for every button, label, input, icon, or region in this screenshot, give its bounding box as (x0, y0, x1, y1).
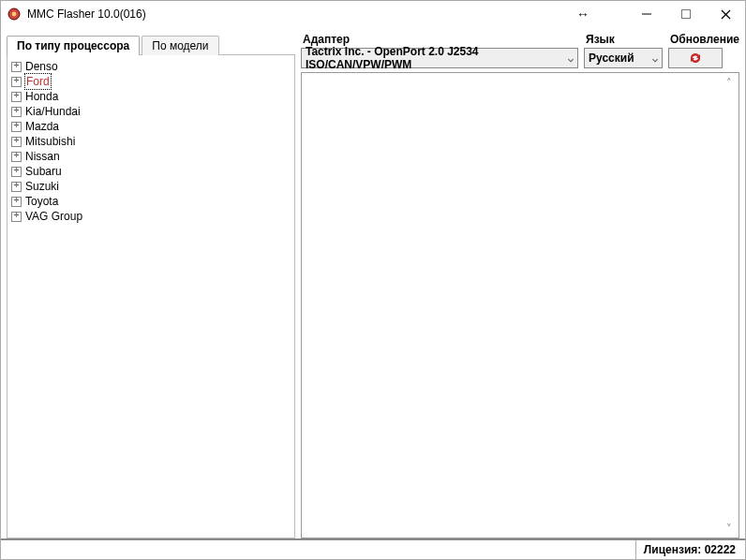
tree-item[interactable]: +Suzuki (11, 179, 291, 194)
svg-point-1 (12, 12, 17, 17)
scroll-up-icon[interactable]: ˄ (722, 75, 737, 90)
expand-icon[interactable]: + (11, 77, 22, 87)
tree-item-label: Mazda (25, 119, 59, 134)
tree-item-label: Honda (25, 89, 58, 104)
title-bar: MMC Flasher 10.0(016) ↔ (1, 1, 745, 27)
tree-item-label: Denso (25, 59, 58, 74)
tab-by-cpu[interactable]: По типу процессора (7, 36, 140, 55)
tree-item[interactable]: +Mazda (11, 119, 291, 134)
update-label: Обновление (668, 33, 739, 46)
maximize-button[interactable] (666, 1, 706, 27)
svg-line-4 (722, 10, 730, 19)
expand-icon[interactable]: + (11, 107, 22, 117)
tree-item-label: VAG Group (25, 209, 82, 224)
minimize-button[interactable] (627, 1, 666, 27)
tree-item[interactable]: +Toyota (11, 194, 291, 209)
tree-item-label: Nissan (25, 149, 60, 164)
language-label: Язык (584, 33, 663, 46)
tree-item-label: Subaru (25, 164, 62, 179)
tab-by-model[interactable]: По модели (142, 36, 218, 55)
language-value: Русский (589, 52, 634, 65)
log-area[interactable]: ˄ ˅ (301, 72, 739, 538)
svg-line-5 (722, 10, 730, 19)
tree-item-label: Toyota (25, 194, 58, 209)
expand-icon[interactable]: + (11, 182, 22, 192)
svg-rect-3 (682, 10, 691, 19)
chevron-down-icon: ⌵ (568, 53, 574, 64)
license-text: Лицензия: 02222 (644, 543, 736, 556)
expand-icon[interactable]: + (11, 137, 22, 147)
tree-item-label: Suzuki (25, 179, 59, 194)
app-window: MMC Flasher 10.0(016) ↔ По типу процессо… (0, 0, 746, 560)
expand-icon[interactable]: + (11, 62, 22, 72)
right-pane: Адаптер Tactrix Inc. - OpenPort 2.0 J253… (301, 33, 739, 538)
resize-horizontal-icon[interactable]: ↔ (576, 7, 589, 22)
tree-item[interactable]: +Denso (11, 59, 291, 74)
tree-view[interactable]: +Denso+Ford+Honda+Kia/Hundai+Mazda+Mitsu… (7, 54, 295, 538)
tree-item[interactable]: +Ford (11, 74, 291, 89)
tree-item[interactable]: +Honda (11, 89, 291, 104)
refresh-icon (688, 52, 703, 65)
tree-item[interactable]: +Subaru (11, 164, 291, 179)
language-select[interactable]: Русский ⌵ (584, 48, 663, 68)
tree-item-label: Mitsubishi (25, 134, 75, 149)
scroll-down-icon[interactable]: ˅ (722, 521, 737, 536)
chevron-down-icon: ⌵ (652, 53, 658, 64)
adapter-value: Tactrix Inc. - OpenPort 2.0 J2534 ISO/CA… (306, 45, 574, 71)
expand-icon[interactable]: + (11, 167, 22, 177)
tree-item[interactable]: +Nissan (11, 149, 291, 164)
update-button[interactable] (668, 48, 723, 68)
adapter-label: Адаптер (301, 33, 578, 46)
expand-icon[interactable]: + (11, 152, 22, 162)
tree-item[interactable]: +VAG Group (11, 209, 291, 224)
status-bar: Лицензия: 02222 (1, 538, 745, 559)
left-tab-control: По типу процессора По модели +Denso+Ford… (7, 33, 295, 538)
tree-item-label: Ford (25, 74, 51, 89)
expand-icon[interactable]: + (11, 92, 22, 102)
app-icon (7, 7, 22, 22)
expand-icon[interactable]: + (11, 122, 22, 132)
close-button[interactable] (706, 1, 745, 27)
window-title: MMC Flasher 10.0(016) (27, 7, 146, 21)
tree-item[interactable]: +Kia/Hundai (11, 104, 291, 119)
tree-item-label: Kia/Hundai (25, 104, 81, 119)
tree-item[interactable]: +Mitsubishi (11, 134, 291, 149)
adapter-select[interactable]: Tactrix Inc. - OpenPort 2.0 J2534 ISO/CA… (301, 48, 578, 68)
expand-icon[interactable]: + (11, 212, 22, 222)
expand-icon[interactable]: + (11, 197, 22, 207)
